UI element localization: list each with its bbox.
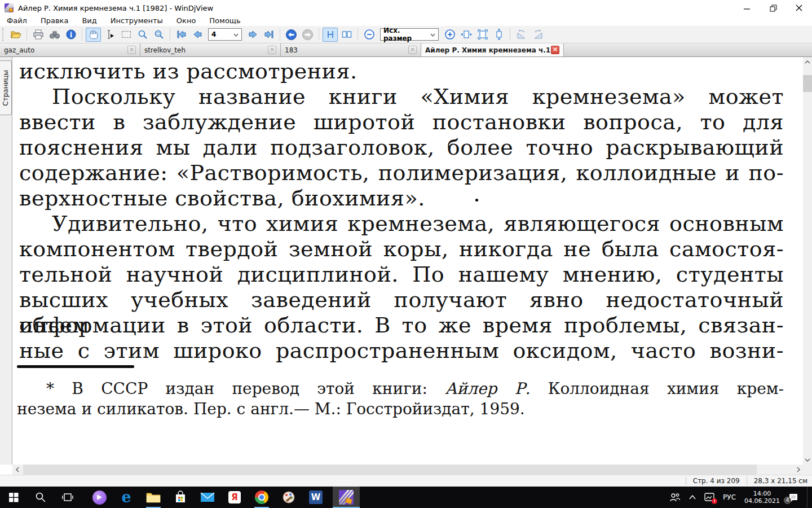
vertical-scroll-thumb[interactable] — [803, 75, 812, 92]
taskbar-chrome-button[interactable] — [248, 487, 275, 508]
scroll-down-arrow[interactable] — [803, 455, 812, 465]
windows-start-icon — [9, 493, 19, 502]
menu-bar: Файл Правка Вид Инструменты Окно Помощь — [0, 16, 812, 26]
footnote-text: * В СССР издан перевод этой книги: — [46, 379, 445, 398]
taskbar-explorer-button[interactable] — [140, 487, 167, 508]
start-button[interactable] — [0, 487, 27, 508]
page-number-value: 4 — [211, 30, 216, 38]
zoom-tool-button[interactable] — [135, 28, 150, 42]
tray-expand-chevron-icon[interactable] — [689, 495, 696, 500]
fit-width-button[interactable] — [458, 28, 474, 42]
taskbar-paint-button[interactable] — [275, 487, 302, 508]
menu-window[interactable]: Окно — [170, 16, 203, 26]
navigate-back-button[interactable] — [284, 28, 299, 42]
single-page-layout-icon — [325, 29, 336, 40]
tab-close-icon[interactable]: × — [268, 46, 276, 54]
menu-help[interactable]: Помощь — [202, 16, 247, 26]
scroll-right-arrow[interactable] — [793, 465, 803, 475]
notification-center-icon[interactable]: 4 — [788, 493, 798, 502]
status-page-size: 28,3 x 21,15 см — [754, 477, 807, 485]
search-button[interactable] — [47, 28, 62, 42]
tab-gaz-auto[interactable]: gaz_auto × — [0, 43, 140, 56]
taskbar-edge-button[interactable]: e — [113, 487, 140, 508]
next-page-button[interactable] — [245, 28, 260, 42]
vertical-scrollbar[interactable] — [803, 57, 812, 465]
toolbar-grip[interactable] — [2, 28, 5, 41]
taskbar: e Я W ! РУС 14:0 — [0, 487, 812, 508]
taskbar-yandex-button[interactable]: Я — [221, 487, 248, 508]
zoom-level-combobox[interactable]: Исх. размер — [380, 28, 439, 41]
zoom-select-button[interactable] — [151, 28, 166, 42]
tab-183[interactable]: 183 × — [281, 43, 421, 56]
rotate-left-icon — [516, 29, 527, 40]
language-indicator[interactable]: РУС — [723, 493, 736, 501]
document-tab-bar: gaz_auto × strelkov_teh × 183 × Айлер Р.… — [0, 43, 812, 57]
document-view[interactable]: исключить из рассмотрения. Поскольку наз… — [12, 57, 803, 465]
magnifier-icon — [137, 29, 148, 40]
forward-circle-icon — [302, 29, 314, 41]
search-icon — [35, 492, 46, 503]
select-text-button[interactable] — [102, 28, 117, 42]
yandex-alice-icon — [92, 491, 107, 505]
text-line: ввести в заблуждение широтой постановки … — [19, 110, 784, 135]
about-button[interactable]: i — [63, 28, 78, 42]
hand-icon — [88, 29, 99, 40]
menu-tools[interactable]: Инструменты — [104, 16, 170, 26]
rotate-right-button[interactable] — [530, 28, 545, 42]
toolbar: i 4 Ис — [0, 26, 812, 43]
close-button[interactable] — [786, 0, 812, 16]
tab-close-icon[interactable]: × — [408, 46, 417, 54]
fit-page-icon — [477, 29, 488, 40]
print-button[interactable] — [30, 28, 46, 42]
fit-page-button[interactable] — [475, 28, 490, 42]
select-area-button[interactable] — [118, 28, 134, 42]
last-page-icon — [263, 29, 275, 40]
taskbar-word-button[interactable]: W — [302, 487, 329, 508]
system-tray: ! РУС 14:00 04.06.2021 4 — [669, 487, 812, 508]
taskbar-store-button[interactable] — [167, 487, 194, 508]
zoom-out-button[interactable] — [361, 28, 377, 42]
menu-view[interactable]: Вид — [75, 16, 103, 26]
zoom-out-icon — [364, 29, 375, 40]
previous-page-button[interactable] — [190, 28, 205, 42]
tab-close-icon[interactable]: × — [127, 46, 136, 54]
edge-icon: e — [121, 490, 131, 505]
tab-close-icon[interactable]: × — [551, 46, 559, 54]
footnote-text: Коллоидная химия крем- — [530, 379, 784, 398]
last-page-button[interactable] — [261, 28, 276, 42]
taskbar-search-button[interactable] — [27, 487, 54, 508]
horizontal-scroll-thumb[interactable] — [23, 465, 757, 475]
taskbar-windjview-button[interactable] — [333, 487, 360, 508]
minimize-button[interactable] — [734, 0, 760, 16]
menu-file[interactable]: Файл — [0, 16, 34, 26]
pan-tool-button[interactable] — [86, 28, 101, 42]
taskbar-alice-button[interactable] — [86, 487, 113, 508]
scroll-up-arrow[interactable] — [803, 57, 812, 67]
tray-app-error-icon[interactable]: ! — [704, 493, 714, 502]
tab-strelkov-teh[interactable]: strelkov_teh × — [140, 43, 281, 56]
rotate-left-button[interactable] — [514, 28, 529, 42]
clock[interactable]: 14:00 04.06.2021 — [744, 490, 780, 505]
first-page-button[interactable] — [174, 28, 189, 42]
open-file-button[interactable] — [8, 28, 23, 42]
fit-height-icon — [493, 29, 505, 40]
tab-ayler-active[interactable]: Айлер Р. Химия кремнезема ч.1 [198... × — [421, 43, 564, 56]
sidebar-tab-pages[interactable]: Страницы — [0, 60, 12, 115]
show-desktop-button[interactable] — [807, 487, 810, 508]
single-page-layout-button[interactable] — [323, 28, 338, 42]
facing-pages-layout-button[interactable] — [339, 28, 354, 42]
mail-icon — [200, 492, 215, 503]
taskbar-mail-button[interactable] — [194, 487, 221, 508]
task-view-button[interactable] — [54, 487, 81, 508]
open-folder-icon — [10, 29, 21, 40]
scroll-left-arrow[interactable] — [12, 465, 22, 475]
footnote: * В СССР издан перевод этой книги: Айлер… — [17, 379, 784, 419]
navigate-forward-button[interactable] — [300, 28, 315, 42]
people-tray-icon[interactable] — [669, 492, 681, 502]
restore-button[interactable] — [760, 0, 786, 16]
menu-edit[interactable]: Правка — [34, 16, 75, 26]
fit-height-button[interactable] — [491, 28, 506, 42]
horizontal-scrollbar[interactable] — [12, 465, 803, 475]
page-number-combobox[interactable]: 4 — [208, 28, 242, 41]
zoom-in-button[interactable] — [442, 28, 457, 42]
